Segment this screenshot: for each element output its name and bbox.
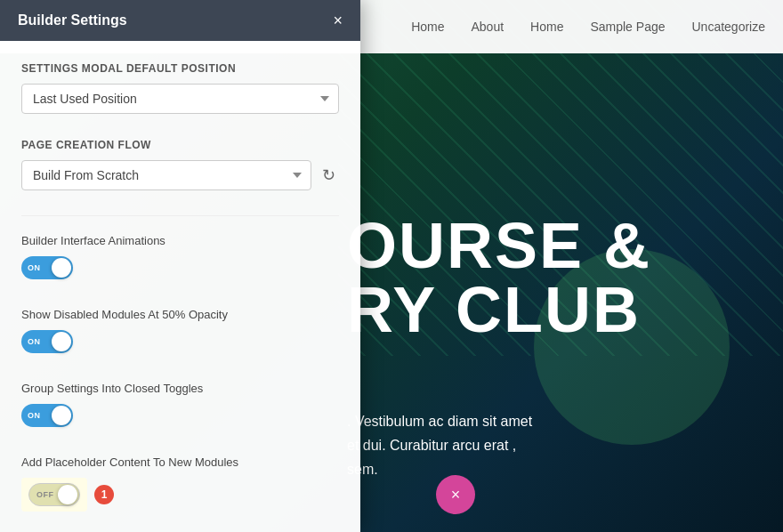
disabled-modules-toggle-track[interactable]: ON [21, 330, 73, 353]
group-settings-label: Group Settings Into Closed Toggles [21, 382, 339, 395]
animations-toggle-thumb [52, 258, 71, 278]
animations-section: Builder Interface Animations ON [21, 234, 339, 283]
disabled-modules-toggle-label: ON [28, 337, 41, 346]
page-creation-section: Page Creation Flow Build From Scratch Ch… [21, 139, 339, 190]
nav-link-uncat[interactable]: Uncategorize [692, 20, 766, 34]
animations-toggle-track[interactable]: ON [21, 256, 73, 279]
hero-line1: OURSE & [347, 214, 651, 278]
hero-subtext-1: . Vestibulum ac diam sit amet [347, 409, 532, 433]
group-settings-toggle-track[interactable]: ON [21, 404, 73, 427]
hero-line2: RY CLUB [347, 278, 651, 342]
page-creation-select-row: Build From Scratch Choose Layout Blank P… [21, 160, 339, 190]
placeholder-highlight: OFF [21, 478, 87, 512]
placeholder-section: Add Placeholder Content To New Modules O… [21, 455, 339, 512]
hero-text: OURSE & RY CLUB [347, 214, 651, 342]
modal-position-select[interactable]: Last Used Position Center Top Left Top R… [21, 84, 339, 114]
hero-subtext-2: et dui. Curabitur arcu erat , [347, 433, 532, 457]
placeholder-toggle-track[interactable]: OFF [28, 483, 80, 506]
placeholder-toggle[interactable]: OFF [28, 483, 80, 506]
circle-close-button[interactable]: × [436, 475, 475, 514]
placeholder-toggle-label: OFF [36, 490, 54, 499]
page-creation-label: Page Creation Flow [21, 139, 339, 151]
modal-header: Builder Settings × [0, 0, 360, 41]
disabled-modules-toggle-thumb [52, 332, 71, 351]
hero-subtext: . Vestibulum ac diam sit amet et dui. Cu… [347, 409, 532, 482]
group-settings-toggle-thumb [52, 406, 71, 425]
nav-link-about[interactable]: About [471, 20, 504, 34]
placeholder-toggle-thumb [58, 485, 77, 504]
disabled-modules-toggle[interactable]: ON [21, 330, 73, 353]
modal-position-select-row: Last Used Position Center Top Left Top R… [21, 84, 339, 114]
nav-link-home1[interactable]: Home [411, 20, 444, 34]
nav-link-home2[interactable]: Home [530, 20, 563, 34]
group-settings-toggle-label: ON [28, 411, 41, 420]
group-settings-toggle[interactable]: ON [21, 404, 73, 427]
circle-close-icon: × [451, 486, 461, 504]
nav-link-sample[interactable]: Sample Page [590, 20, 665, 34]
animations-toggle[interactable]: ON [21, 256, 73, 279]
disabled-modules-label: Show Disabled Modules At 50% Opacity [21, 308, 339, 321]
nav-links: Home About Home Sample Page Uncategorize [411, 20, 765, 34]
placeholder-label: Add Placeholder Content To New Modules [21, 455, 339, 469]
modal-position-label: Settings Modal Default Position [21, 62, 339, 75]
builder-settings-modal: Builder Settings × Settings Modal Defaul… [0, 0, 360, 532]
divider-1 [21, 215, 339, 216]
placeholder-badge: 1 [94, 485, 114, 504]
hero-subtext-3: sem. [347, 457, 532, 481]
animations-toggle-label: ON [28, 263, 41, 272]
placeholder-toggle-row: OFF 1 [21, 478, 339, 512]
modal-title: Builder Settings [18, 12, 127, 28]
modal-close-button[interactable]: × [333, 12, 343, 28]
modal-body: Settings Modal Default Position Last Use… [0, 41, 360, 527]
disabled-modules-section: Show Disabled Modules At 50% Opacity ON [21, 308, 339, 357]
group-settings-section: Group Settings Into Closed Toggles ON [21, 382, 339, 431]
page-creation-select[interactable]: Build From Scratch Choose Layout Blank P… [21, 160, 311, 190]
page-creation-reset-button[interactable]: ↻ [319, 162, 339, 189]
modal-position-section: Settings Modal Default Position Last Use… [21, 62, 339, 114]
animations-label: Builder Interface Animations [21, 234, 339, 247]
